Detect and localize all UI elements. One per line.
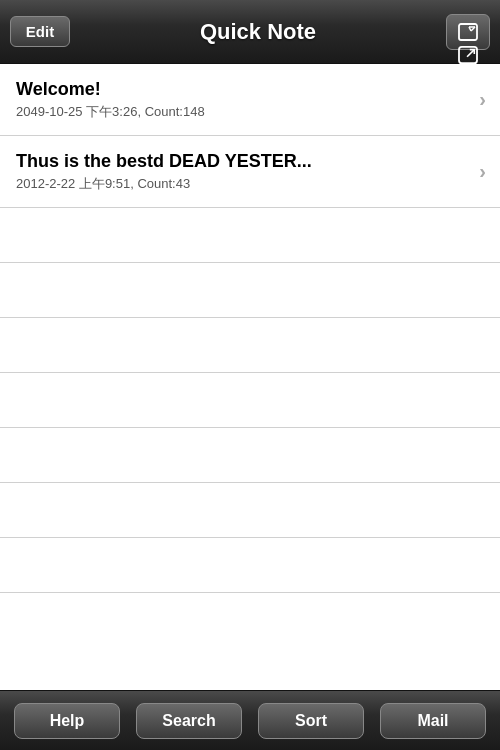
empty-row [0,538,500,593]
toolbar: Help Search Sort Mail [0,690,500,750]
list-item[interactable]: Thus is the bestd DEAD YESTER... 2012-2-… [0,136,500,208]
search-button[interactable]: Search [136,703,242,739]
sort-button[interactable]: Sort [258,703,364,739]
empty-row [0,483,500,538]
empty-row [0,428,500,483]
mail-button[interactable]: Mail [380,703,486,739]
empty-row [0,208,500,263]
notes-list: Welcome! 2049-10-25 下午3:26, Count:148 › … [0,64,500,690]
empty-row [0,318,500,373]
note-title: Thus is the bestd DEAD YESTER... [16,151,471,172]
list-item[interactable]: Welcome! 2049-10-25 下午3:26, Count:148 › [0,64,500,136]
list-item-content: Thus is the bestd DEAD YESTER... 2012-2-… [16,151,471,193]
note-title: Welcome! [16,79,471,100]
empty-row [0,373,500,428]
compose-icon [458,23,478,41]
compose-button[interactable] [446,14,490,50]
help-button[interactable]: Help [14,703,120,739]
edit-button[interactable]: Edit [10,16,70,47]
chevron-right-icon: › [479,160,486,183]
note-subtitle: 2049-10-25 下午3:26, Count:148 [16,103,471,121]
empty-row [0,263,500,318]
note-subtitle: 2012-2-22 上午9:51, Count:43 [16,175,471,193]
chevron-right-icon: › [479,88,486,111]
app-title: Quick Note [70,19,446,45]
app-header: Edit Quick Note [0,0,500,64]
list-item-content: Welcome! 2049-10-25 下午3:26, Count:148 [16,79,471,121]
svg-line-5 [467,49,474,56]
